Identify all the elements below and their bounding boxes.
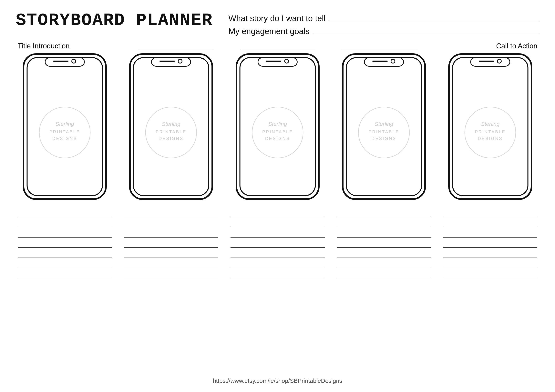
notes-col-4 xyxy=(337,207,431,278)
phone-5-container: Sterling PRINTABLE DESIGNS xyxy=(443,52,537,201)
phone-1: Sterling PRINTABLE DESIGNS xyxy=(22,52,108,201)
note-line[interactable] xyxy=(443,268,537,278)
phone-3: Sterling PRINTABLE DESIGNS xyxy=(234,52,321,201)
page: STORYBOARD PLANNER What story do I want … xyxy=(0,0,555,392)
story-field-row: What story do I want to tell xyxy=(229,14,539,23)
phone-4-container: Sterling PRINTABLE DESIGNS xyxy=(337,52,431,201)
svg-rect-39 xyxy=(471,58,510,66)
svg-text:PRINTABLE: PRINTABLE xyxy=(50,129,80,134)
svg-rect-21 xyxy=(258,58,297,66)
note-line[interactable] xyxy=(337,258,431,268)
svg-text:Sterling: Sterling xyxy=(162,121,181,127)
note-line[interactable] xyxy=(18,217,112,227)
header-fields: What story do I want to tell My engageme… xyxy=(229,12,539,36)
app-title: STORYBOARD PLANNER xyxy=(16,12,213,29)
note-line[interactable] xyxy=(18,268,112,278)
note-line[interactable] xyxy=(231,248,325,258)
note-line[interactable] xyxy=(443,248,537,258)
note-line[interactable] xyxy=(18,258,112,268)
story-label: What story do I want to tell xyxy=(229,14,326,23)
svg-text:DESIGNS: DESIGNS xyxy=(52,136,77,141)
notes-col-1 xyxy=(18,207,112,278)
note-line[interactable] xyxy=(231,268,325,278)
phones-row: Sterling PRINTABLE DESIGNS Sterling PRIN… xyxy=(16,52,539,201)
note-line[interactable] xyxy=(124,207,218,217)
note-line[interactable] xyxy=(337,207,431,217)
phone-3-container: Sterling PRINTABLE DESIGNS xyxy=(231,52,325,201)
svg-text:PRINTABLE: PRINTABLE xyxy=(262,129,293,134)
note-line[interactable] xyxy=(124,217,218,227)
notes-col-5 xyxy=(443,207,537,278)
note-line[interactable] xyxy=(18,227,112,238)
phone-4: Sterling PRINTABLE DESIGNS xyxy=(341,52,427,201)
svg-text:DESIGNS: DESIGNS xyxy=(478,136,503,141)
note-line[interactable] xyxy=(18,238,112,248)
right-section-label: Call to Action xyxy=(443,42,537,50)
svg-text:DESIGNS: DESIGNS xyxy=(371,136,396,141)
phone-5: Sterling PRINTABLE DESIGNS xyxy=(447,52,533,201)
goals-field-line[interactable] xyxy=(314,32,539,34)
col4-top-line xyxy=(342,47,416,50)
note-line[interactable] xyxy=(443,238,537,248)
svg-text:Sterling: Sterling xyxy=(374,121,393,127)
phone-1-container: Sterling PRINTABLE DESIGNS xyxy=(18,52,112,201)
svg-text:PRINTABLE: PRINTABLE xyxy=(156,129,187,134)
note-line[interactable] xyxy=(18,248,112,258)
left-section-label: Title Introduction xyxy=(18,42,112,50)
note-line[interactable] xyxy=(337,217,431,227)
story-field-line[interactable] xyxy=(329,19,539,21)
notes-col-3 xyxy=(231,207,325,278)
col2-top-line xyxy=(139,47,213,50)
col3-top-line xyxy=(240,47,315,50)
header: STORYBOARD PLANNER What story do I want … xyxy=(16,12,539,36)
note-line[interactable] xyxy=(443,207,537,217)
note-line[interactable] xyxy=(231,227,325,238)
section-labels-row: Title Introduction Call to Action xyxy=(16,42,539,50)
note-line[interactable] xyxy=(18,207,112,217)
note-line[interactable] xyxy=(124,258,218,268)
note-line[interactable] xyxy=(124,248,218,258)
note-line[interactable] xyxy=(124,268,218,278)
svg-rect-3 xyxy=(45,58,84,66)
svg-text:DESIGNS: DESIGNS xyxy=(265,136,290,141)
notes-col-2 xyxy=(124,207,218,278)
footer: https://www.etsy.com/ie/shop/SBPrintable… xyxy=(0,378,555,384)
svg-rect-30 xyxy=(364,58,403,66)
svg-text:Sterling: Sterling xyxy=(56,121,74,127)
note-line[interactable] xyxy=(231,258,325,268)
note-line[interactable] xyxy=(231,217,325,227)
note-line[interactable] xyxy=(443,258,537,268)
goals-field-row: My engagement goals xyxy=(229,27,539,36)
note-line[interactable] xyxy=(337,248,431,258)
phone-2-container: Sterling PRINTABLE DESIGNS xyxy=(124,52,218,201)
goals-label: My engagement goals xyxy=(229,27,310,36)
note-line[interactable] xyxy=(124,238,218,248)
notes-section xyxy=(16,207,539,278)
notes-columns xyxy=(18,207,537,278)
svg-text:Sterling: Sterling xyxy=(268,121,287,127)
note-line[interactable] xyxy=(231,207,325,217)
svg-text:PRINTABLE: PRINTABLE xyxy=(368,129,399,134)
note-line[interactable] xyxy=(443,227,537,238)
footer-url: https://www.etsy.com/ie/shop/SBPrintable… xyxy=(213,378,342,384)
note-line[interactable] xyxy=(231,238,325,248)
note-line[interactable] xyxy=(124,227,218,238)
svg-text:Sterling: Sterling xyxy=(481,121,500,127)
note-line[interactable] xyxy=(443,217,537,227)
svg-rect-12 xyxy=(152,58,191,66)
note-line[interactable] xyxy=(337,238,431,248)
svg-text:PRINTABLE: PRINTABLE xyxy=(475,129,506,134)
svg-text:DESIGNS: DESIGNS xyxy=(159,136,184,141)
note-line[interactable] xyxy=(337,268,431,278)
note-line[interactable] xyxy=(337,227,431,238)
phone-2: Sterling PRINTABLE DESIGNS xyxy=(128,52,214,201)
